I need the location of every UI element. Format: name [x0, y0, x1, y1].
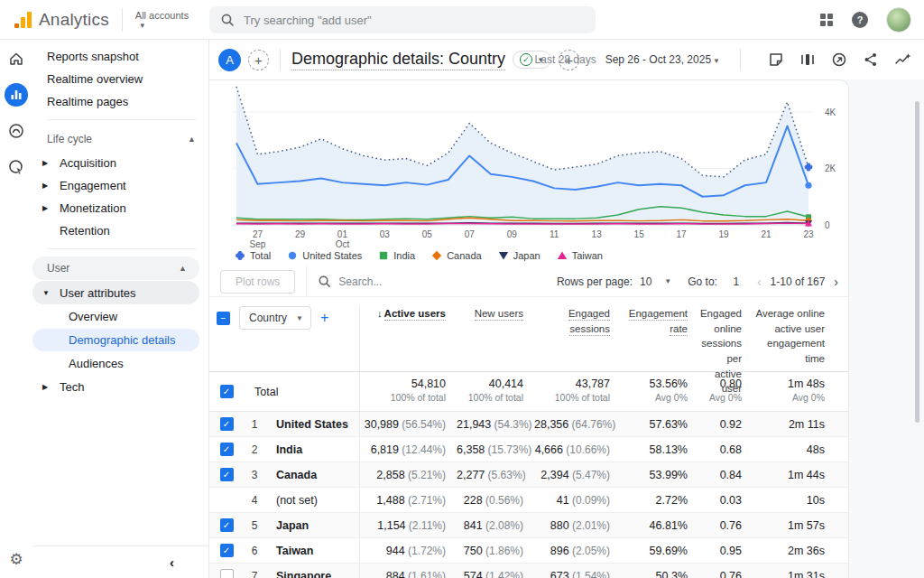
- legend-item-india[interactable]: India: [378, 250, 415, 261]
- share-icon[interactable]: [863, 51, 879, 68]
- note-icon[interactable]: [768, 51, 784, 68]
- add-dimension-button[interactable]: +: [320, 310, 328, 326]
- home-icon[interactable]: [5, 47, 28, 70]
- chevron-right-icon: ▶: [42, 383, 60, 391]
- row-cell: 0.76: [698, 519, 753, 532]
- totals-subtext: Avg 0%: [621, 392, 688, 403]
- help-icon[interactable]: ?: [852, 12, 868, 28]
- dimension-select[interactable]: Country▼: [239, 306, 311, 330]
- vertical-scrollbar[interactable]: [915, 101, 919, 423]
- checkbox-cell: ✓: [209, 417, 244, 431]
- legend-label: Total: [250, 250, 271, 261]
- cell-value: 841: [464, 519, 483, 532]
- table-row-japan[interactable]: ✓5Japan1,154 (2.11%)841 (2.08%)880 (2.01…: [209, 513, 849, 538]
- column-header-engagement-rate[interactable]: Engagement rate: [621, 306, 698, 371]
- legend-label: Japan: [513, 250, 541, 261]
- sidebar-item-realtime-overview[interactable]: Realtime overview: [32, 68, 208, 89]
- row-cell: 884 (1.61%): [359, 564, 457, 578]
- account-switcher[interactable]: All accounts ▼: [135, 10, 189, 30]
- user-avatar[interactable]: [886, 7, 911, 33]
- report-content: 02K4K27Sep2901Oct0305070911131517192123 …: [209, 79, 924, 578]
- row-cell: 2,277 (5.63%): [457, 469, 534, 481]
- global-search-input[interactable]: [244, 14, 550, 27]
- row-checkbox[interactable]: ✓: [220, 518, 234, 532]
- row-checkbox[interactable]: [220, 569, 234, 578]
- table-row-taiwan[interactable]: ✓6Taiwan944 (1.72%)750 (1.86%)896 (2.05%…: [209, 538, 849, 564]
- column-header-new-users[interactable]: New users: [457, 306, 534, 371]
- table-row-united-states[interactable]: ✓1United States30,989 (56.54%)21,943 (54…: [209, 412, 849, 437]
- prev-page-icon[interactable]: ‹: [755, 275, 763, 289]
- row-checkbox[interactable]: ✓: [220, 468, 234, 481]
- sidebar-item-user[interactable]: User▲: [32, 256, 199, 280]
- row-cell: 48s: [753, 443, 836, 456]
- sidebar-item-audiences[interactable]: Audiences: [32, 352, 208, 375]
- table-row-singapore[interactable]: 7Singapore884 (1.61%)574 (1.42%)673 (1.5…: [209, 564, 849, 578]
- table-row-canada[interactable]: ✓3Canada2,858 (5.21%)2,277 (5.63%)2,394 …: [209, 462, 849, 488]
- collapse-nav-icon[interactable]: ‹: [170, 555, 174, 570]
- select-all-checkbox[interactable]: −: [217, 312, 230, 325]
- legend-item-total[interactable]: Total: [235, 250, 271, 261]
- goto-page-input[interactable]: [725, 275, 748, 288]
- cell-value: 6,819: [371, 443, 399, 456]
- legend-item-japan[interactable]: Japan: [498, 250, 541, 261]
- sidebar-item-life-cycle[interactable]: Life cycle▲: [32, 127, 208, 151]
- global-search[interactable]: [209, 6, 596, 33]
- sidebar-item-reports-snapshot[interactable]: Reports snapshot: [32, 45, 208, 67]
- property-avatar[interactable]: A: [218, 49, 241, 71]
- settings-gear-icon[interactable]: ⚙: [0, 550, 32, 569]
- column-header-active-users[interactable]: ↓Active users: [359, 306, 457, 371]
- sidebar-item-overview[interactable]: Overview: [32, 305, 208, 328]
- analytics-logo-icon[interactable]: [14, 12, 32, 28]
- sidebar-item-user-attributes[interactable]: ▼User attributes: [32, 281, 199, 304]
- column-header-label: Engaged sessions: [568, 308, 610, 336]
- x-axis-label: 11: [550, 229, 559, 239]
- cell-value: 0.84: [720, 469, 742, 481]
- date-range-picker[interactable]: Sep 26 - Oct 23, 2025▼: [605, 53, 720, 66]
- row-cell: 10s: [753, 494, 836, 507]
- row-checkbox[interactable]: ✓: [220, 443, 234, 456]
- cell-percent: (1.61%): [405, 570, 446, 578]
- legend-item-united-states[interactable]: United States: [287, 250, 362, 261]
- report-title[interactable]: Demographic details: Country: [291, 50, 505, 70]
- legend-item-taiwan[interactable]: Taiwan: [557, 250, 603, 261]
- table-row-india[interactable]: ✓2India6,819 (12.44%)6,358 (15.73%)4,666…: [209, 437, 849, 462]
- insights-sparkline-icon[interactable]: [894, 51, 911, 68]
- rows-per-page-select[interactable]: 10 ▼: [640, 275, 671, 288]
- search-icon: [220, 13, 235, 27]
- table-row-not-set[interactable]: 4(not set)1,488 (2.71%)228 (0.56%)41 (0.…: [209, 488, 849, 513]
- sidebar-item-label: Overview: [69, 310, 117, 323]
- table-search[interactable]: [318, 275, 447, 288]
- circle-arrow-icon[interactable]: [831, 51, 847, 68]
- table-search-input[interactable]: [338, 275, 447, 288]
- cell-value: 30,989: [365, 418, 399, 431]
- row-checkbox[interactable]: ✓: [220, 417, 234, 431]
- column-header-engaged-online-sessions-per-active-user[interactable]: Engaged online sessions per active user: [698, 306, 753, 371]
- sidebar-item-acquisition[interactable]: ▶Acquisition: [32, 152, 208, 173]
- add-property-button[interactable]: +: [248, 50, 269, 70]
- sidebar-item-engagement[interactable]: ▶Engagement: [32, 174, 208, 196]
- advertising-icon[interactable]: [5, 155, 28, 179]
- sidebar-item-retention[interactable]: Retention: [32, 219, 208, 241]
- row-cell: 59.69%: [621, 545, 698, 557]
- comparisons-icon[interactable]: [799, 51, 816, 68]
- row-cell: 6,358 (15.73%): [457, 443, 534, 456]
- sidebar-item-demographic-details[interactable]: Demographic details: [32, 329, 199, 351]
- column-header-average-online-active-user-engagement-time[interactable]: Average online active user engagement ti…: [753, 306, 836, 371]
- explore-icon[interactable]: [5, 119, 28, 143]
- cell-percent: (15.73%): [485, 443, 531, 456]
- sidebar-item-monetization[interactable]: ▶Monetization: [32, 197, 208, 219]
- reports-icon[interactable]: [5, 83, 28, 107]
- cell-percent: (2.05%): [569, 545, 610, 557]
- totals-checkbox[interactable]: ✓: [220, 385, 234, 398]
- next-page-icon[interactable]: ›: [832, 275, 840, 289]
- x-axis-label: 03: [380, 229, 391, 239]
- apps-grid-icon[interactable]: [819, 13, 834, 27]
- sidebar-item-tech[interactable]: ▶Tech: [32, 376, 208, 397]
- legend-item-canada[interactable]: Canada: [431, 250, 482, 261]
- row-checkbox[interactable]: ✓: [220, 544, 234, 557]
- cell-percent: (2.01%): [569, 519, 610, 532]
- cell-value: 1m 57s: [788, 519, 825, 532]
- plot-rows-button[interactable]: Plot rows: [220, 270, 295, 294]
- sidebar-item-realtime-pages[interactable]: Realtime pages: [32, 90, 208, 112]
- column-header-engaged-sessions[interactable]: Engaged sessions: [534, 306, 621, 371]
